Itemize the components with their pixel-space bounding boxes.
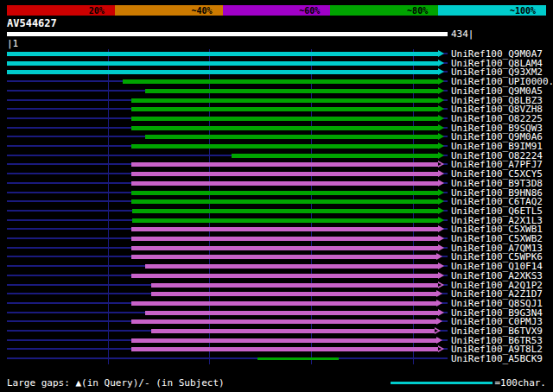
identity-scale-bar: 20%~40%~60%~80%~100% [7,5,546,16]
hit-bar[interactable] [257,357,339,360]
hit-label[interactable]: UniRef100_A5BCK9 [451,354,543,364]
alignment-rows: UniRef100_Q9M0A7UniRef100_Q8LAM4UniRef10… [0,49,553,364]
arrow-head-icon[interactable] [438,225,444,232]
hit-bar[interactable] [131,117,439,121]
query-title: AV544627 [7,17,57,29]
hit-bar[interactable] [131,319,436,324]
hit-bar[interactable] [131,172,439,176]
arrow-head-icon[interactable] [438,115,444,122]
hit-bar[interactable] [131,107,439,111]
hit-bar[interactable] [151,329,435,333]
legend-bar: Large gaps: ▲(in Query)/- (in Subject) =… [7,377,546,389]
hit-bar[interactable] [131,246,439,250]
hit-bar[interactable] [131,227,439,231]
arrow-head-icon[interactable] [438,198,444,205]
arrow-head-icon[interactable] [438,272,444,279]
arrow-head-icon[interactable] [438,133,444,140]
hit-bar[interactable] [151,283,438,288]
hit-bar[interactable] [131,126,439,130]
query-start-tick: |1 [7,38,18,49]
scale-segment-3: ~60% [223,5,331,16]
hit-bar[interactable] [131,162,439,167]
hit-bar[interactable] [132,209,439,213]
hit-bar[interactable] [131,144,439,149]
backbone-line [7,357,448,359]
arrow-head-icon[interactable] [438,97,444,104]
arrow-head-icon[interactable] [436,253,442,260]
scale-segment-label: ~60% [299,6,320,16]
hit-bar[interactable] [131,237,439,241]
arrow-head-hollow [438,347,442,351]
arrow-head-hollow [435,329,438,332]
arrow-head-icon[interactable] [438,142,444,149]
arrow-head-icon[interactable] [438,124,444,131]
hit-bar[interactable] [145,311,438,315]
blast-graphic-overview: 20%~40%~60%~80%~100% AV544627 434| |1 Un… [0,0,553,392]
scale-segment-2: ~40% [115,5,223,16]
arrow-head-icon[interactable] [438,244,444,251]
arrow-head-icon[interactable] [436,337,442,344]
hit-bar[interactable] [7,52,438,56]
hit-bar[interactable] [131,181,439,186]
arrow-head-icon[interactable] [436,290,442,297]
hit-bar[interactable] [131,191,439,195]
arrow-head-icon[interactable] [438,309,444,316]
hit-bar[interactable] [123,79,438,84]
hit-bar[interactable] [131,338,436,343]
hit-bar[interactable] [145,135,438,139]
arrow-head-icon[interactable] [436,318,442,325]
arrow-head-icon[interactable] [438,50,444,57]
arrow-head-hollow [438,283,442,287]
hit-bar[interactable] [132,218,439,223]
arrow-head-icon[interactable] [438,78,444,85]
arrow-head-icon[interactable] [438,180,444,187]
arrow-head-icon[interactable] [438,207,444,214]
query-end-tick: 434| [451,28,474,40]
hit-bar[interactable] [7,70,438,74]
hit-bar[interactable] [7,61,438,66]
arrow-head-icon[interactable] [438,105,444,112]
hit-bar[interactable] [131,274,439,278]
hit-bar[interactable] [151,292,436,296]
hit-bar[interactable] [131,199,439,204]
arrow-head-icon[interactable] [438,217,444,224]
scale-legend-group: =100char. [391,377,546,389]
hit-bar[interactable] [131,347,439,351]
arrow-head-icon[interactable] [438,262,444,269]
scale-segment-label: 20% [89,6,105,16]
alignment-row: UniRef100_A5BCK9 [0,354,553,364]
scale-segment-label: ~40% [192,6,213,16]
scale-segment-1: 20% [7,5,115,16]
hundred-char-label: =100char. [494,377,546,389]
query-bar [7,32,448,36]
arrow-head-icon[interactable] [438,87,444,94]
hit-bar[interactable] [131,301,436,306]
large-gaps-legend: Large gaps: ▲(in Query)/- (in Subject) [7,377,225,389]
arrow-head-icon[interactable] [436,300,442,307]
hit-bar[interactable] [131,255,436,259]
hit-bar[interactable] [131,98,439,103]
scale-segment-4: ~80% [330,5,438,16]
arrow-head-hollow [438,162,442,166]
arrow-head-icon[interactable] [438,235,444,242]
arrow-head-icon[interactable] [438,170,444,177]
scale-segment-label: ~80% [407,6,428,16]
scale-segment-label: ~100% [510,6,536,16]
scale-segment-5: ~100% [438,5,546,16]
arrow-head-icon[interactable] [438,152,444,159]
hit-bar[interactable] [145,89,438,93]
hit-bar[interactable] [145,264,438,269]
hundred-char-line-icon [391,382,493,384]
arrow-head-icon[interactable] [438,189,444,196]
hit-bar[interactable] [232,154,438,158]
arrow-head-icon[interactable] [438,60,444,66]
arrow-head-icon[interactable] [438,68,444,75]
